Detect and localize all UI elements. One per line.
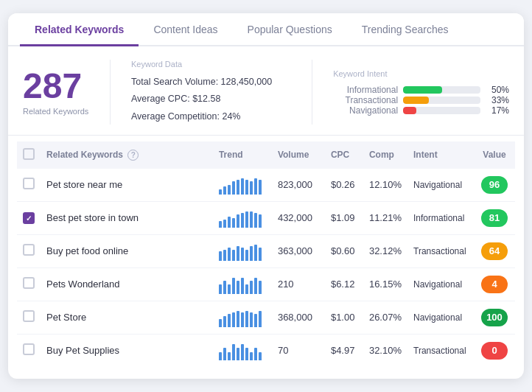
bar-segment — [237, 348, 239, 360]
summary-section: 287 Related Keywords Keyword Data Total … — [8, 46, 524, 136]
trend-chart-0 — [219, 175, 266, 195]
td-checkbox-2 — [17, 234, 41, 267]
intent-bar-bg-2 — [403, 107, 480, 114]
td-intent-1: Informational — [407, 201, 474, 234]
intent-name-0: Informational — [333, 85, 398, 95]
bar-segment — [254, 278, 257, 294]
td-intent-4: Navigational — [407, 301, 474, 334]
td-trend-5 — [213, 334, 272, 367]
td-keyword-1: Best pet store in town — [41, 201, 213, 234]
keyword-intent-section: Keyword Intent Informational 50% Transac… — [333, 60, 509, 125]
th-cpc: CPC — [325, 141, 363, 169]
bar-segment — [228, 185, 231, 195]
trend-chart-3 — [219, 275, 266, 294]
td-cpc-4: $1.00 — [325, 301, 363, 334]
row-checkbox-4[interactable] — [23, 310, 35, 322]
trend-chart-5 — [219, 341, 266, 360]
td-value-3: 4 — [474, 267, 515, 301]
row-checkbox-2[interactable] — [23, 244, 35, 256]
bar-segment — [259, 214, 262, 228]
td-value-2: 64 — [474, 234, 515, 267]
bar-segment — [232, 181, 235, 195]
bar-segment — [219, 189, 222, 195]
main-card: Related Keywords Content Ideas Popular Q… — [8, 13, 524, 379]
tab-popular-questions[interactable]: Popular Questions — [233, 13, 347, 46]
td-cpc-2: $0.60 — [325, 234, 363, 267]
td-trend-0 — [213, 169, 272, 202]
keyword-name-5: Buy Pet Supplies — [46, 345, 119, 356]
td-keyword-0: Pet store near me — [41, 169, 213, 202]
bar-segment — [219, 221, 222, 228]
help-icon[interactable]: ? — [127, 150, 139, 161]
table-wrapper: Related Keywords ? Trend Volume CPC Comp… — [8, 136, 524, 367]
row-checkbox-5[interactable] — [23, 343, 35, 355]
table-body: Pet store near me 823,000 $0.26 12.10% N… — [17, 169, 515, 367]
table-row: Buy Pet Supplies 70 $4.97 32.10% Transac… — [17, 334, 515, 367]
bar-segment — [219, 319, 222, 327]
intent-row-1: Transactional 33% — [333, 95, 509, 105]
select-all-checkbox[interactable] — [23, 148, 35, 160]
bar-segment — [241, 312, 244, 327]
td-volume-5: 70 — [272, 334, 325, 367]
td-keyword-5: Buy Pet Supplies — [41, 334, 213, 367]
intent-tag-4: Navigational — [413, 312, 462, 323]
bar-segment — [245, 348, 248, 360]
intent-bar-1 — [403, 97, 429, 104]
bar-segment — [259, 281, 262, 294]
bar-segment — [241, 278, 244, 294]
td-checkbox-5 — [17, 334, 41, 367]
intent-tag-1: Informational — [413, 213, 464, 223]
bar-segment — [232, 250, 235, 261]
bar-segment — [232, 312, 235, 327]
bar-segment — [223, 250, 226, 261]
keyword-name-2: Buy pet food online — [46, 245, 128, 256]
td-checkbox-3 — [17, 267, 41, 301]
row-checkbox-1[interactable] — [23, 212, 35, 224]
intent-bar-0 — [403, 86, 441, 94]
td-volume-1: 432,000 — [272, 201, 325, 234]
intent-row-2: Navigational 17% — [333, 105, 509, 116]
tab-content-ideas[interactable]: Content Ideas — [139, 13, 232, 46]
bar-segment — [254, 178, 257, 195]
bar-segment — [250, 211, 253, 228]
row-checkbox-0[interactable] — [23, 178, 35, 189]
keyword-data-row-0: Total Search Volume: 128,450,000 — [131, 74, 291, 90]
th-volume: Volume — [272, 141, 325, 169]
bar-segment — [237, 281, 239, 294]
value-badge-2: 64 — [481, 242, 508, 260]
trend-chart-2 — [219, 242, 266, 261]
intent-pct-1: 33% — [486, 95, 509, 105]
td-checkbox-1 — [17, 201, 41, 234]
keyword-name-1: Best pet store in town — [46, 212, 139, 223]
bar-segment — [245, 311, 248, 327]
tab-trending-searches[interactable]: Trending Searches — [347, 13, 463, 46]
bar-segment — [237, 246, 239, 261]
th-keyword-label: Related Keywords — [46, 150, 123, 160]
bar-segment — [223, 220, 226, 228]
bar-segment — [228, 217, 231, 228]
keyword-name-0: Pet store near me — [46, 179, 122, 190]
bar-segment — [250, 246, 253, 261]
bar-segment — [259, 180, 262, 195]
keywords-table: Related Keywords ? Trend Volume CPC Comp… — [17, 141, 515, 367]
value-badge-5: 0 — [481, 342, 508, 360]
bar-segment — [223, 186, 226, 195]
th-intent: Intent — [407, 141, 474, 169]
bar-segment — [232, 278, 235, 294]
bar-segment — [232, 344, 235, 360]
td-intent-2: Transactional — [407, 234, 474, 267]
tab-related-keywords[interactable]: Related Keywords — [20, 13, 139, 46]
bar-segment — [241, 178, 244, 195]
keyword-data-section: Keyword Data Total Search Volume: 128,45… — [131, 60, 291, 125]
td-volume-2: 363,000 — [272, 234, 325, 267]
value-badge-3: 4 — [481, 276, 508, 293]
td-trend-3 — [213, 267, 272, 301]
row-checkbox-3[interactable] — [23, 277, 35, 289]
td-trend-1 — [213, 201, 272, 234]
intent-tag-5: Transactional — [413, 346, 466, 356]
td-intent-5: Transactional — [407, 334, 474, 367]
bar-segment — [254, 314, 257, 327]
keyword-data-row-2: Average Competition: 24% — [131, 109, 291, 125]
bar-segment — [254, 245, 257, 261]
bar-segment — [250, 352, 253, 360]
